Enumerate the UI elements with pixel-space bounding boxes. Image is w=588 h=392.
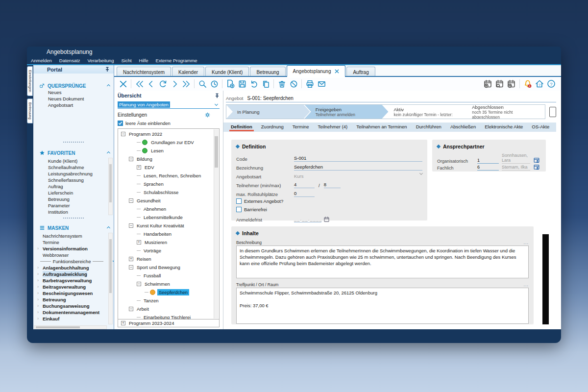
tree-item[interactable]: Grundlagen zur EDV (118, 138, 219, 147)
empty-branches-checkbox[interactable] (118, 121, 123, 126)
document-tab[interactable]: Kalender (172, 67, 204, 77)
person-lookup-icon[interactable] (533, 164, 541, 171)
angebot-tab[interactable]: Definition (226, 122, 257, 132)
angebot-tab[interactable]: Teilnehmer (4) (314, 122, 352, 132)
calendar-search-icon[interactable] (494, 78, 506, 89)
tree-item[interactable]: Handarbeiten (118, 230, 219, 238)
tree-item[interactable]: Sprachen (118, 180, 219, 188)
quersprung-item[interactable]: Neues (48, 89, 114, 96)
maske-item[interactable]: Dokumentenmanagement (37, 309, 114, 316)
document-tab[interactable]: Auftrag (346, 67, 375, 77)
treffpunkt-more-button[interactable]: ... (523, 282, 529, 287)
partner-number-field[interactable]: 6 (477, 165, 499, 171)
favorit-item[interactable]: Kunde (Klient) (48, 158, 114, 164)
masken-scrollbar[interactable] (108, 233, 113, 324)
cancel-icon[interactable] (288, 78, 299, 89)
tree-expander[interactable]: + (121, 321, 125, 325)
favorit-item[interactable]: Betreuung (48, 196, 114, 202)
maske-item[interactable]: Nachrichtensystem (37, 233, 114, 239)
tree-item[interactable]: Seepferdchen (118, 288, 219, 296)
nav-first-icon[interactable] (133, 78, 145, 89)
favorit-item[interactable]: Leistungsabrechnung (48, 171, 114, 177)
nav-next-icon[interactable] (169, 78, 180, 89)
angebot-tab[interactable]: Elektronische Akte (480, 122, 527, 132)
menu-item[interactable]: Verarbeitung (88, 57, 114, 64)
favorit-item[interactable]: Schnellerfassung (48, 177, 114, 183)
tree-expander[interactable]: − (121, 132, 125, 136)
teilnehmer-max-field[interactable]: 8 (324, 182, 341, 188)
tree-expander[interactable]: + (129, 257, 133, 261)
collapse-chevron-icon[interactable] (107, 84, 110, 87)
maske-item[interactable]: Barbetragsverwaltung (37, 277, 114, 284)
workflow-step[interactable]: In Planung (226, 105, 310, 119)
treffpunkt-textarea[interactable]: Schwimmschule Flipper, Schwimmbadstraße … (236, 288, 529, 324)
tree-item[interactable]: + Programm 2023-2024 (118, 319, 175, 327)
collapse-chevron-icon[interactable] (107, 226, 110, 229)
tree-item[interactable]: Vorträge (118, 246, 219, 255)
favorit-item[interactable]: Parameter (48, 202, 114, 209)
maske-item[interactable]: Webbrowser (37, 252, 114, 258)
tree-item[interactable]: − Kunst Kultur Kreativität (118, 221, 219, 230)
workflow-detail-toggle[interactable] (549, 107, 556, 117)
tree-item[interactable]: Fussball (118, 271, 219, 280)
maske-item[interactable]: Bescheinigungswesen (37, 290, 114, 296)
bezeichnung-field[interactable]: Seepferdchen (294, 164, 422, 171)
history-icon[interactable] (208, 78, 220, 89)
search-icon[interactable] (196, 78, 208, 89)
tree-item[interactable]: Abnehmen (118, 205, 219, 213)
email-icon[interactable] (316, 78, 327, 89)
tree-item[interactable]: − Gesundheit (118, 196, 219, 205)
barrierefrei-checkbox[interactable] (236, 207, 242, 212)
refresh-icon[interactable] (157, 78, 169, 89)
calendar-next-icon[interactable] (506, 78, 517, 89)
angebot-tab[interactable]: Termine (288, 122, 314, 132)
maske-item[interactable]: Auftragsabwicklung (37, 271, 114, 277)
view-select[interactable]: Planung von Angeboten (118, 101, 220, 109)
workflow-step[interactable]: Freigegeben Teilnehmer anmelden (305, 105, 389, 119)
quersprung-item[interactable]: Angebotsart (48, 102, 114, 108)
tree-scrollbar[interactable] (214, 129, 219, 318)
menu-item[interactable]: Anmelden (31, 57, 52, 64)
close-icon[interactable] (117, 78, 129, 89)
collapse-chevron-icon[interactable] (107, 151, 110, 154)
pin-icon[interactable] (105, 67, 110, 72)
tree-item[interactable]: Einarbeitung Tischlerei (118, 313, 219, 319)
document-tab[interactable]: Angebotsplanung (287, 65, 346, 77)
tree-expander[interactable]: − (129, 198, 133, 203)
maske-item[interactable]: Funktionsbereiche (37, 258, 114, 265)
maske-item[interactable]: Einkauf (37, 316, 114, 322)
document-tab[interactable]: Kunde (Klient) (205, 67, 249, 77)
tree-item[interactable]: + EDV (118, 163, 219, 172)
angebot-tab[interactable]: Zuordnung (257, 122, 288, 132)
person-lookup-icon[interactable] (533, 157, 541, 164)
gear-icon[interactable] (204, 112, 211, 118)
angebot-tab[interactable]: Durchführen (412, 122, 446, 132)
document-tab[interactable]: Nachrichtensystem (117, 67, 171, 77)
tree-item[interactable]: − Programm 2022 (118, 130, 219, 138)
beschreibung-more-button[interactable]: ... (523, 240, 529, 245)
masken-h-scrollbar[interactable] (34, 325, 107, 329)
tree-expander[interactable]: + (137, 240, 141, 245)
pin-icon[interactable] (215, 93, 220, 98)
externes-angebot-checkbox[interactable] (236, 198, 242, 204)
tree-item[interactable]: − Arbeit (118, 305, 219, 313)
partner-number-field[interactable]: 1 (477, 158, 499, 164)
new-record-icon[interactable] (224, 78, 236, 89)
delete-icon[interactable] (276, 78, 288, 89)
tree-expander[interactable]: − (129, 265, 133, 270)
tree-expander[interactable]: − (137, 282, 141, 286)
tree-item[interactable]: Lesen (118, 147, 219, 155)
quersprung-item[interactable]: Neues Dokument (48, 96, 114, 102)
angebot-tab[interactable]: Teilnahmen an Terminen (352, 122, 411, 132)
maske-item[interactable]: Versionsinformation (37, 245, 114, 252)
tree-item[interactable]: Schulabschlüsse (118, 188, 219, 196)
maske-item[interactable]: Anlagenbuchhaltung (37, 265, 114, 271)
teilnehmer-min-field[interactable]: 4 (294, 182, 315, 188)
menu-item[interactable]: Hilfe (139, 57, 148, 64)
sidebar-splitter[interactable] (63, 142, 84, 144)
tree-item[interactable]: + Reisen (118, 255, 219, 263)
tree-item[interactable]: Tanzen (118, 296, 219, 305)
sidebar-splitter[interactable] (63, 218, 84, 220)
notifications-icon[interactable]: 1 (522, 78, 534, 89)
print-icon[interactable] (304, 78, 316, 89)
